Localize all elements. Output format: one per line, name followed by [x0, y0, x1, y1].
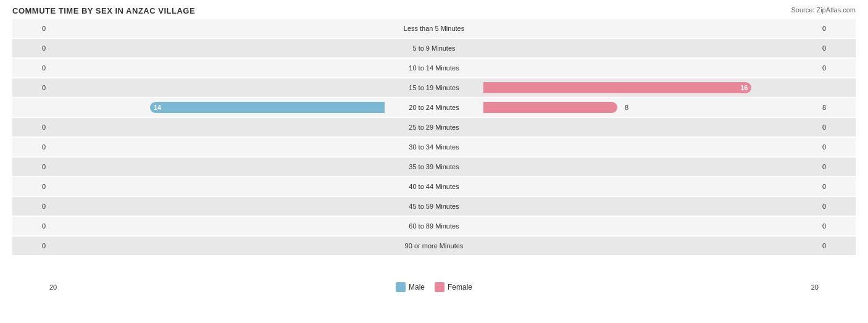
legend-male: Male [396, 282, 425, 292]
chart-row: 0 10 to 14 Minutes 0 [12, 59, 856, 77]
source-label: Source: ZipAtlas.com [791, 6, 856, 14]
female-bar-container: 16 [483, 81, 819, 94]
female-value: 16 [740, 84, 748, 91]
row-label: Less than 5 Minutes [385, 25, 483, 32]
male-value: 14 [154, 104, 161, 111]
left-zero: 0 [12, 143, 49, 151]
left-zero: 0 [12, 203, 49, 210]
male-bar-container [49, 140, 385, 154]
chart-row: 0 45 to 59 Minutes 0 [12, 197, 856, 216]
right-zero: 0 [819, 163, 856, 170]
legend: Male Female [396, 282, 472, 292]
axis-left-label: 20 [49, 283, 57, 291]
bars-wrapper: 10 to 14 Minutes [49, 59, 819, 77]
bars-wrapper: 45 to 59 Minutes [49, 197, 819, 216]
male-bar-container [49, 61, 385, 75]
chart-row: 0 30 to 34 Minutes 0 [12, 138, 856, 156]
row-label: 10 to 14 Minutes [385, 64, 483, 72]
chart-area: 0 Less than 5 Minutes 0 0 [12, 19, 856, 279]
legend-female: Female [435, 282, 472, 292]
chart-row: 0 35 to 39 Minutes 0 [12, 157, 856, 176]
female-legend-label: Female [448, 283, 472, 292]
right-zero: 0 [819, 64, 856, 72]
row-label: 20 to 24 Minutes [385, 104, 483, 111]
chart-row: 0 5 to 9 Minutes 0 [12, 39, 856, 57]
female-bar-container [483, 199, 819, 213]
chart-footer: 20 Male Female 20 [12, 282, 856, 292]
bars-wrapper: 90 or more Minutes [49, 237, 819, 255]
female-legend-box [435, 282, 444, 292]
right-zero: 0 [819, 143, 856, 151]
bars-wrapper: 30 to 34 Minutes [49, 138, 819, 156]
male-bar-container [49, 81, 385, 94]
male-bar-container [49, 120, 385, 134]
right-zero: 0 [819, 183, 856, 190]
row-label: 30 to 34 Minutes [385, 143, 483, 151]
chart-row: 0 25 to 29 Minutes 0 [12, 118, 856, 136]
left-zero: 0 [12, 124, 49, 131]
female-bar-container [483, 41, 819, 55]
male-bar-container [49, 22, 385, 35]
right-zero: 0 [819, 242, 856, 250]
chart-row: 0 40 to 44 Minutes 0 [12, 177, 856, 196]
female-bar-container [483, 239, 819, 253]
female-bar-container [483, 22, 819, 35]
bars-wrapper: 25 to 29 Minutes [49, 118, 819, 136]
right-zero: 0 [819, 124, 856, 131]
chart-container: COMMUTE TIME BY SEX IN ANZAC VILLAGE Sou… [0, 0, 868, 323]
bars-wrapper: 35 to 39 Minutes [49, 157, 819, 176]
male-bar: 14 [150, 102, 385, 113]
female-bar-container [483, 180, 819, 193]
bars-wrapper: 40 to 44 Minutes [49, 177, 819, 196]
row-label: 5 to 9 Minutes [385, 44, 483, 52]
female-bar-container [483, 160, 819, 174]
row-label: 35 to 39 Minutes [385, 163, 483, 170]
male-bar-container [49, 41, 385, 55]
male-bar-container [49, 160, 385, 174]
row-label: 60 to 89 Minutes [385, 222, 483, 230]
female-bar-container [483, 61, 819, 75]
chart-title: COMMUTE TIME BY SEX IN ANZAC VILLAGE [12, 6, 856, 15]
left-zero: 0 [12, 25, 49, 32]
right-zero: 0 [819, 25, 856, 32]
left-zero: 0 [12, 163, 49, 170]
male-legend-label: Male [409, 283, 425, 292]
chart-row: 0 Less than 5 Minutes 0 [12, 19, 856, 38]
male-bar-container [49, 239, 385, 253]
row-label: 40 to 44 Minutes [385, 183, 483, 190]
bars-wrapper: 14 20 to 24 Minutes 8 [49, 98, 819, 117]
left-zero: 0 [12, 183, 49, 190]
female-bar-container [483, 219, 819, 233]
right-zero: 0 [819, 44, 856, 52]
row-label: 25 to 29 Minutes [385, 124, 483, 131]
male-bar-container [49, 180, 385, 193]
right-zero: 0 [819, 222, 856, 230]
chart-row: 0 90 or more Minutes 0 [12, 237, 856, 255]
female-bar-container [483, 120, 819, 134]
left-zero: 0 [12, 64, 49, 72]
male-bar-container: 14 [49, 101, 385, 114]
bars-wrapper: 5 to 9 Minutes [49, 39, 819, 57]
female-bar: 8 [483, 102, 617, 113]
female-bar-container [483, 140, 819, 154]
female-value: 8 [625, 104, 628, 111]
left-zero: 0 [12, 84, 49, 91]
chart-row: 0 15 to 19 Minutes 16 [12, 78, 856, 97]
right-zero: 8 [819, 104, 856, 111]
chart-row: 0 60 to 89 Minutes 0 [12, 217, 856, 235]
female-bar-container: 8 [483, 101, 819, 114]
axis-right-label: 20 [811, 283, 819, 291]
row-label: 15 to 19 Minutes [385, 84, 483, 91]
chart-row: 14 20 to 24 Minutes 8 8 [12, 98, 856, 117]
male-legend-box [396, 282, 406, 292]
male-bar-container [49, 219, 385, 233]
row-label: 45 to 59 Minutes [385, 203, 483, 210]
left-zero: 0 [12, 44, 49, 52]
bars-wrapper: Less than 5 Minutes [49, 19, 819, 38]
female-bar: 16 [483, 82, 751, 93]
bars-wrapper: 15 to 19 Minutes 16 [49, 78, 819, 97]
right-zero: 0 [819, 203, 856, 210]
left-zero: 0 [12, 222, 49, 230]
male-bar-container [49, 199, 385, 213]
left-zero: 0 [12, 242, 49, 250]
